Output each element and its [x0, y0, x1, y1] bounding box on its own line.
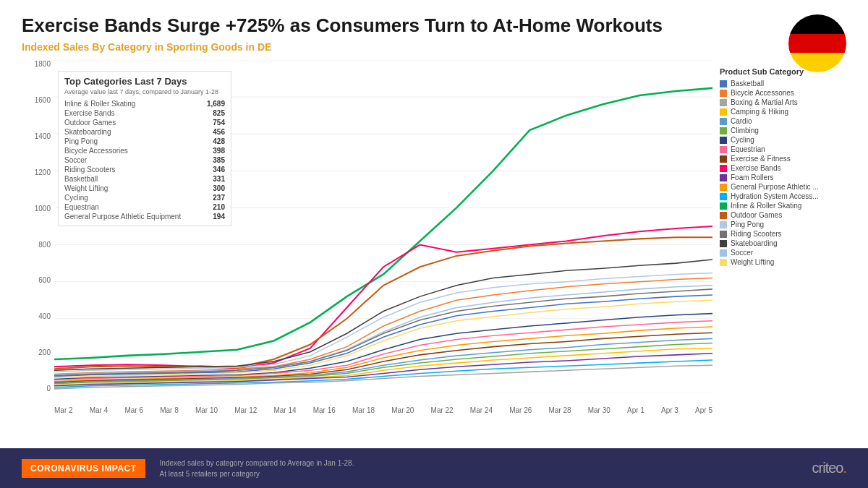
legend-color: [720, 193, 727, 200]
inset-cat-value: 194: [213, 213, 225, 221]
y-axis-label: 1400: [22, 132, 51, 140]
legend-item: Cardio: [720, 117, 846, 125]
legend-item: Exercise & Fitness: [720, 155, 846, 163]
legend-color: [720, 221, 727, 228]
inset-title: Top Categories Last 7 Days: [64, 76, 225, 87]
inset-cat-value: 456: [213, 128, 225, 136]
inset-row: General Purpose Athletic Equipment194: [64, 212, 225, 221]
x-axis-label: Mar 26: [509, 406, 532, 414]
x-axis-label: Mar 14: [273, 406, 296, 414]
legend-color: [720, 259, 727, 266]
legend-item: Outdoor Games: [720, 211, 846, 219]
legend-item: Weight Lifting: [720, 258, 846, 266]
legend-item: Riding Scooters: [720, 230, 846, 238]
inset-cat-name: Weight Lifting: [64, 184, 108, 192]
inset-cat-value: 300: [213, 184, 225, 192]
inset-cat-name: Outdoor Games: [64, 119, 116, 127]
x-axis-label: Apr 1: [627, 406, 644, 414]
legend-label: Weight Lifting: [731, 258, 774, 266]
inset-cat-value: 398: [213, 147, 225, 155]
legend-label: Boxing & Martial Arts: [731, 98, 798, 106]
legend-label: Hydration System Access...: [731, 192, 819, 200]
x-axis-label: Mar 18: [352, 406, 375, 414]
legend-color: [720, 118, 727, 125]
criteo-dot: .: [843, 460, 846, 476]
inset-cat-value: 331: [213, 175, 225, 183]
legend-color: [720, 231, 727, 238]
inset-cat-name: Skateboarding: [64, 128, 111, 136]
legend-color: [720, 155, 727, 163]
legend-color: [720, 90, 727, 97]
inset-cat-value: 1,689: [207, 100, 225, 108]
inset-cat-name: Inline & Roller Skating: [64, 100, 135, 108]
inset-row: Exercise Bands825: [64, 108, 225, 118]
y-axis-label: 1600: [22, 96, 51, 104]
x-axis-label: Mar 30: [588, 406, 610, 414]
y-axis-label: 200: [22, 348, 51, 356]
inset-row: Riding Scooters346: [64, 165, 225, 174]
x-axis-label: Apr 5: [695, 406, 712, 414]
footer-bar: CORONAVIRUS IMPACT Indexed sales by cate…: [0, 448, 868, 488]
criteo-logo: criteо.: [812, 460, 846, 476]
legend-label: Inline & Roller Skating: [731, 202, 801, 210]
legend-color: [720, 174, 727, 181]
y-axis: 180016001400120010008006004002000: [22, 60, 51, 393]
legend-item: Basketball: [720, 80, 846, 87]
legend-color: [720, 212, 727, 219]
legend-label: Camping & Hiking: [731, 108, 788, 116]
inset-cat-name: Bicycle Accessories: [64, 147, 128, 155]
footer-line1: Indexed sales by category compared to Av…: [160, 459, 354, 467]
inset-row: Skateboarding456: [64, 127, 225, 137]
legend-label: Cycling: [731, 136, 754, 144]
inset-row: Basketball331: [64, 174, 225, 184]
legend-color: [720, 137, 727, 144]
legend-item: Camping & Hiking: [720, 108, 846, 116]
legend-label: Basketball: [731, 80, 764, 87]
legend-color: [720, 99, 727, 106]
legend-items: BasketballBicycle AccessoriesBoxing & Ma…: [720, 80, 846, 266]
legend-color: [720, 249, 727, 257]
legend-item: Skateboarding: [720, 239, 846, 247]
inset-cat-name: Cycling: [64, 194, 88, 202]
inset-box: Top Categories Last 7 Days Average value…: [58, 71, 231, 226]
legend-item: Equestrian: [720, 145, 846, 153]
legend-label: Cardio: [731, 117, 752, 125]
inset-cat-name: Riding Scooters: [64, 166, 116, 174]
legend-color: [720, 146, 727, 153]
legend-label: Ping Pong: [731, 221, 764, 228]
inset-cat-name: Exercise Bands: [64, 109, 114, 117]
legend-label: Bicycle Accessories: [731, 89, 794, 97]
y-axis-label: 400: [22, 312, 51, 320]
footer-line2: At least 5 retailers per category: [160, 470, 260, 478]
legend-item: Bicycle Accessories: [720, 89, 846, 97]
y-axis-label: 600: [22, 276, 51, 284]
inset-row: Equestrian210: [64, 202, 225, 212]
inset-cat-value: 346: [213, 166, 225, 174]
inset-row: Weight Lifting300: [64, 184, 225, 193]
inset-rows: Inline & Roller Skating1,689Exercise Ban…: [64, 99, 225, 221]
inset-subtitle: Average value last 7 days, compared to J…: [64, 88, 225, 95]
main-content: Exercise Bands Surge +725% as Consumers …: [0, 0, 868, 414]
inset-cat-name: Equestrian: [64, 203, 99, 211]
legend-label: Foam Rollers: [731, 174, 773, 181]
legend-title: Product Sub Category: [720, 67, 846, 76]
legend-item: Inline & Roller Skating: [720, 202, 846, 210]
inset-cat-name: Basketball: [64, 175, 98, 183]
legend-item: Boxing & Martial Arts: [720, 98, 846, 106]
x-axis-label: Mar 12: [234, 406, 257, 414]
inset-cat-name: General Purpose Athletic Equipment: [64, 213, 181, 221]
inset-row: Bicycle Accessories398: [64, 146, 225, 155]
legend-color: [720, 127, 727, 134]
x-axis-label: Mar 4: [90, 406, 109, 414]
legend-item: Cycling: [720, 136, 846, 144]
x-axis-label: Mar 24: [470, 406, 493, 414]
legend-item: Climbing: [720, 127, 846, 134]
legend-label: Outdoor Games: [731, 211, 782, 219]
legend-label: Riding Scooters: [731, 230, 782, 238]
inset-cat-value: 385: [213, 156, 225, 164]
inset-cat-name: Soccer: [64, 156, 87, 164]
chart-container: Top Categories Last 7 Days Average value…: [22, 60, 712, 414]
legend-color: [720, 184, 727, 191]
inset-cat-value: 210: [213, 203, 225, 211]
legend-label: Exercise & Fitness: [731, 155, 791, 163]
